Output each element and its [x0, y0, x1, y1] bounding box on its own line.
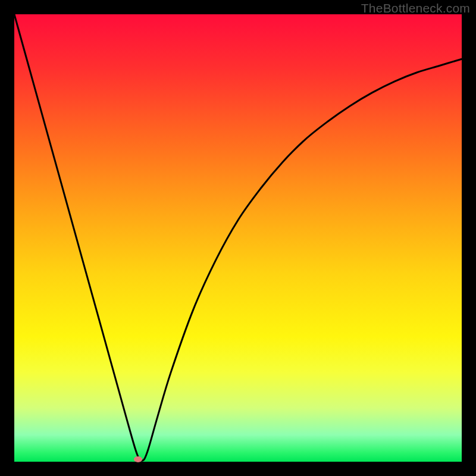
plot-area — [14, 14, 462, 462]
chart-frame: TheBottleneck.com — [0, 0, 476, 476]
optimum-marker — [134, 456, 142, 462]
attribution-text: TheBottleneck.com — [361, 1, 470, 15]
curve-path — [14, 14, 462, 461]
bottleneck-curve — [14, 14, 462, 462]
